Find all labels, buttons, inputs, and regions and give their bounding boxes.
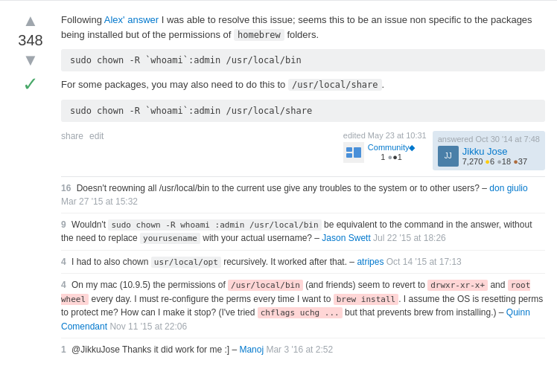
edit-link[interactable]: edit (89, 131, 104, 141)
answer-body: Following Alex' answer I was able to res… (61, 13, 545, 170)
homebrew-code: homebrew (234, 29, 284, 41)
editor-name-link[interactable]: Community◆ (368, 143, 416, 152)
answer-footer: share edit edited May 23 at 10:31 (61, 131, 545, 170)
opt-code: usr/local/opt (151, 257, 221, 268)
answer-actions: share edit (61, 131, 104, 141)
answer-intro: Following Alex' answer I was able to res… (61, 13, 545, 42)
answer-section: ▲ 348 ▼ ✓ Following Alex' answer I was a… (0, 7, 557, 176)
share-link[interactable]: share (61, 131, 83, 141)
vote-up-button[interactable]: ▲ (22, 13, 39, 29)
community-avatar (343, 142, 364, 163)
vote-down-button[interactable]: ▼ (22, 52, 39, 68)
vote-count: 348 (18, 32, 42, 49)
comment-item: 4 On my mac (10.9.5) the permissions of … (61, 274, 545, 338)
comment-vote: 4 (61, 280, 66, 290)
badge-silver-icon: ● (497, 157, 502, 166)
author-card: answered Oct 30 '14 at 7:48 JJ Jikku Jos… (433, 131, 545, 170)
author-info: Jikku Jose 7,270 ●6 ●18 ●37 (462, 146, 527, 166)
local-share-code: /usr/local/share (288, 79, 382, 91)
author-block: JJ Jikku Jose 7,270 ●6 ●18 ●37 (438, 146, 540, 167)
accepted-checkmark: ✓ (22, 73, 39, 96)
code-block-1: sudo chown -R `whoami`:admin /usr/local/… (61, 49, 545, 71)
intro-end: folders. (284, 29, 319, 40)
comment-vote: 9 (61, 219, 66, 230)
badge-gold-icon: ● (485, 157, 490, 166)
answer-middle: For some packages, you may also need to … (61, 77, 545, 92)
code-block-2: sudo chown -R `whoami`:admin /usr/local/… (61, 100, 545, 122)
editor-card: edited May 23 at 10:31 (343, 131, 427, 163)
editor-user-block: Community◆ 1 ●●1 (343, 142, 427, 163)
comment-vote: 4 (61, 257, 66, 267)
editor-info: edited May 23 at 10:31 (343, 131, 545, 170)
commenter-link[interactable]: Jason Swett (322, 233, 370, 243)
vote-column: ▲ 348 ▼ ✓ (12, 13, 49, 170)
author-avatar: JJ (438, 146, 459, 167)
intro-text-before: Following (61, 14, 104, 25)
comment-text: Doesn't reowning all /usr/local/bin to t… (61, 183, 528, 207)
middle-text-after: . (382, 79, 385, 90)
commenter-link[interactable]: Manoj (239, 344, 264, 355)
commenter-link[interactable]: don giulio (489, 183, 527, 193)
answer-container: ▲ 348 ▼ ✓ Following Alex' answer I was a… (0, 0, 557, 367)
editor-rep: 1 ●●1 (368, 152, 416, 161)
author-name-link[interactable]: Jikku Jose (462, 146, 508, 157)
comment-item: 16 Doesn't reowning all /usr/local/bin t… (61, 177, 545, 213)
highlight-code: drwxr-xr-x+ (427, 280, 488, 291)
comment-text: @JikkuJose Thanks it did work for me :] … (71, 344, 333, 355)
highlight-code: /usr/local/bin (228, 280, 303, 291)
comment-text: On my mac (10.9.5) the permissions of /u… (61, 280, 543, 332)
sudo-code: sudo chown -R whoami :admin /usr/local/b… (108, 219, 321, 231)
answered-label: answered Oct 30 '14 at 7:48 (438, 135, 540, 144)
edit-date: edited May 23 at 10:31 (343, 131, 427, 140)
svg-rect-1 (346, 147, 352, 152)
middle-text-before: For some packages, you may also need to … (61, 79, 288, 90)
comment-item: 9 Wouldn't sudo chown -R whoami :admin /… (61, 213, 545, 251)
yourusename-code: yourusename (140, 233, 200, 244)
editor-user-info: Community◆ 1 ●●1 (368, 143, 416, 161)
comment-vote: 1 (61, 344, 66, 355)
highlight-code: chflags uchg ... (258, 307, 343, 318)
author-rep: 7,270 ●6 ●18 ●37 (462, 157, 527, 166)
comments-section: 16 Doesn't reowning all /usr/local/bin t… (61, 176, 545, 361)
svg-rect-2 (346, 153, 352, 158)
comment-text: Wouldn't sudo chown -R whoami :admin /us… (61, 219, 532, 244)
svg-rect-3 (354, 147, 361, 158)
comment-vote: 16 (61, 183, 71, 193)
highlight-code: brew install (334, 294, 398, 305)
alex-answer-link[interactable]: Alex' answer (104, 14, 159, 25)
comment-item: 4 I had to also chown usr/local/opt recu… (61, 251, 545, 274)
comment-item: 1 @JikkuJose Thanks it did work for me :… (61, 338, 545, 361)
commenter-link[interactable]: atripes (357, 257, 383, 267)
comment-text: I had to also chown usr/local/opt recurs… (71, 257, 462, 267)
badge-bronze-icon: ● (513, 157, 518, 166)
